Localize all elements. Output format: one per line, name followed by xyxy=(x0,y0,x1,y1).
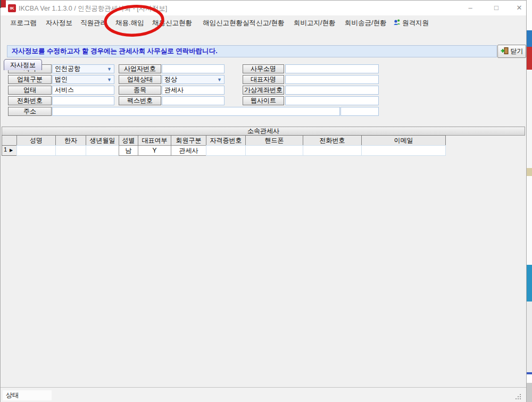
company-type-value: 법인 xyxy=(55,76,68,83)
column-header-hanja: 한자 xyxy=(55,135,86,146)
address-input[interactable] xyxy=(52,107,340,116)
column-header-birthdate: 생년월일 xyxy=(86,135,119,146)
screen: IK IKCBA Ver 1.1.3.0 / 인천공항관세사회 - [자사정보]… xyxy=(0,0,532,402)
field-label-business-condition: 업태 xyxy=(8,86,52,95)
notice-message: 자사정보를 수정하고자 할 경우에는 관세사회 사무실로 연락바랍니다. xyxy=(7,45,497,57)
field-label-virtual-account: 가상계좌번호 xyxy=(243,86,284,95)
menu-program[interactable]: 프로그램 xyxy=(10,19,37,28)
column-header-gender: 성별 xyxy=(119,135,138,146)
dropdown-arrow-icon: ▼ xyxy=(107,65,112,73)
business-condition-input[interactable]: 서비스 xyxy=(52,86,114,95)
menu-staff-mgmt[interactable]: 직원관리 xyxy=(80,19,107,28)
cell-mobile[interactable] xyxy=(245,145,303,156)
field-label-business-item: 종목 xyxy=(119,86,161,95)
field-label-address: 주소 xyxy=(8,107,52,116)
fax-input[interactable] xyxy=(162,96,225,105)
cell-hanja[interactable] xyxy=(55,145,86,156)
cell-representative[interactable]: Y xyxy=(138,145,171,156)
company-status-value: 정상 xyxy=(164,76,177,83)
tab-company-info[interactable]: 자사정보 xyxy=(4,59,42,70)
column-header-email: 이메일 xyxy=(361,135,446,146)
website-input[interactable] xyxy=(285,96,379,105)
field-label-business-number: 사업자번호 xyxy=(119,64,161,73)
menu-fee-notice[interactable]: 회비고지/현황 xyxy=(294,19,335,28)
ceo-name-input[interactable] xyxy=(285,75,379,84)
dropdown-arrow-icon: ▼ xyxy=(217,76,222,84)
background-window-edge xyxy=(0,0,1,8)
menu-bar: 프로그램 자사정보 직원관리 채용.해임 채용신고현황 해임신고현황 실적신고/… xyxy=(1,15,526,29)
column-header-representative: 대표여부 xyxy=(138,135,171,146)
column-header-name: 성명 xyxy=(16,135,56,146)
status-bar: 상태 xyxy=(1,388,526,402)
row-pointer-icon: ▶ xyxy=(10,148,13,153)
dropdown-arrow-icon: ▼ xyxy=(107,76,112,84)
field-label-website: 웹사이트 xyxy=(243,96,284,105)
column-header-mobile: 핸드폰 xyxy=(245,135,303,146)
menu-company-info[interactable]: 자사정보 xyxy=(46,19,72,28)
business-item-input[interactable]: 관세사 xyxy=(162,86,225,95)
business-number-input[interactable] xyxy=(162,64,225,73)
window-title: IKCBA Ver 1.1.3.0 / 인천공항관세사회 - [자사정보] xyxy=(19,4,167,13)
column-header-member-type: 회원구분 xyxy=(171,135,206,146)
row-selector[interactable]: 1 ▶ xyxy=(2,145,17,156)
app-window: IK IKCBA Ver 1.1.3.0 / 인천공항관세사회 - [자사정보]… xyxy=(0,0,527,402)
cell-name[interactable] xyxy=(16,145,56,156)
column-header-phone: 전화번호 xyxy=(303,135,362,146)
cell-gender[interactable]: 남 xyxy=(119,145,138,156)
tab-strip: 자사정보 xyxy=(1,29,526,43)
region-value: 인천공항 xyxy=(55,65,80,72)
column-header-rownum xyxy=(2,135,17,146)
close-tab-button[interactable]: 닫기 xyxy=(497,45,526,58)
status-label: 상태 xyxy=(3,390,52,400)
title-bar: IK IKCBA Ver 1.1.3.0 / 인천공항관세사회 - [자사정보]… xyxy=(1,1,526,15)
resize-grip[interactable] xyxy=(514,392,521,399)
close-button[interactable]: ✕ xyxy=(510,2,528,14)
region-dropdown[interactable]: 인천공항 ▼ xyxy=(52,64,114,73)
company-type-dropdown[interactable]: 법인 ▼ xyxy=(52,75,114,84)
remote-support-icon xyxy=(393,19,401,28)
cell-email[interactable] xyxy=(361,145,446,156)
menu-performance[interactable]: 실적신고/현황 xyxy=(243,19,284,28)
exit-door-icon xyxy=(501,47,509,56)
cell-birthdate[interactable] xyxy=(86,145,119,156)
menu-remote-support[interactable]: 원격지원 xyxy=(393,19,429,28)
cell-phone[interactable] xyxy=(303,145,362,156)
menu-hire-dismiss[interactable]: 채용.해임 xyxy=(115,19,144,28)
address-extra-input[interactable] xyxy=(340,107,379,116)
field-label-ceo-name: 대표자명 xyxy=(243,75,284,84)
app-logo-icon: IK xyxy=(8,4,16,12)
menu-dismiss-report[interactable]: 해임신고현황 xyxy=(203,19,243,28)
field-label-fax: 팩스번호 xyxy=(119,96,161,105)
company-status-dropdown[interactable]: 정상 ▼ xyxy=(162,75,225,84)
field-label-company-status: 업체상태 xyxy=(119,75,161,84)
table-title: 소속관세사 xyxy=(2,127,525,136)
content-panel: 자사정보를 수정하고자 할 경우에는 관세사회 사무실로 연락바랍니다. 닫기 … xyxy=(1,43,526,388)
virtual-account-input[interactable] xyxy=(285,86,379,95)
field-label-company-type: 업체구분 xyxy=(8,75,52,84)
phone-input[interactable] xyxy=(52,96,114,105)
minimize-button[interactable]: – xyxy=(461,2,479,14)
field-label-phone: 전화번호 xyxy=(8,96,52,105)
row-number: 1 xyxy=(4,146,7,153)
column-header-license-no: 자격증번호 xyxy=(206,135,246,146)
office-name-input[interactable] xyxy=(285,64,379,73)
field-label-office-name: 사무소명 xyxy=(243,64,284,73)
menu-remote-support-label: 원격지원 xyxy=(402,19,429,28)
maximize-button[interactable]: □ xyxy=(487,2,505,14)
cell-member-type[interactable]: 관세사 xyxy=(171,145,206,156)
menu-fee-transfer[interactable]: 회비송금/현황 xyxy=(345,19,386,28)
cell-license-no[interactable] xyxy=(206,145,246,156)
menu-hire-report[interactable]: 채용신고현황 xyxy=(152,19,192,28)
close-tab-label: 닫기 xyxy=(511,47,523,56)
